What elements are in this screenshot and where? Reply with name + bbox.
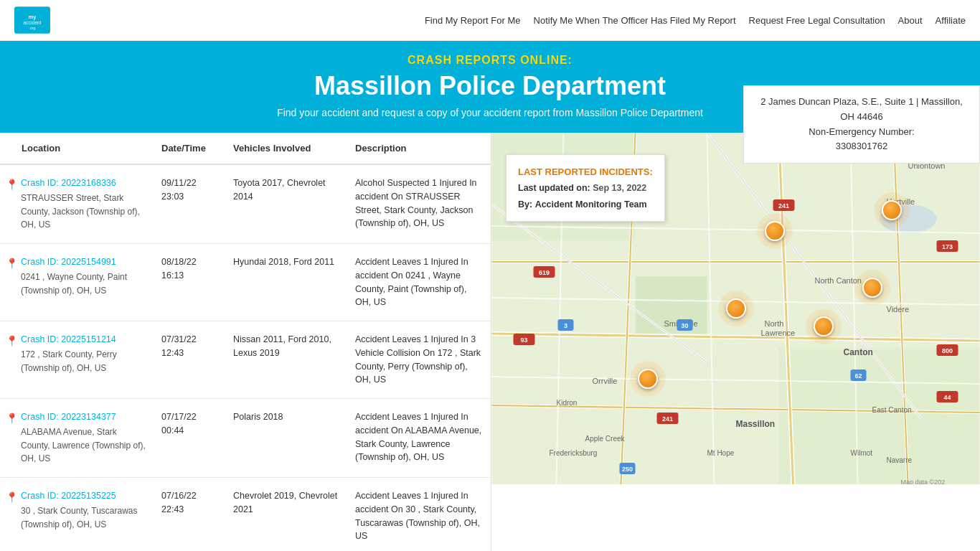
- updated-date: Sep 13, 2022: [593, 183, 646, 193]
- svg-text:Apple Creek: Apple Creek: [585, 435, 626, 443]
- location-pin-icon: 📍: [6, 334, 18, 349]
- main-nav: Find My Report For Me Notify Me When The…: [425, 15, 966, 26]
- map-marker[interactable]: [726, 298, 746, 319]
- location-text: ALABAMA Avenue, Stark County, Lawrence (…: [21, 427, 146, 464]
- cell-location: 📍 Crash ID: 20225135225 30 , Stark Count…: [0, 485, 154, 535]
- cell-location: 📍 Crash ID: 20223168336 STRAUSSER Street…: [0, 172, 154, 236]
- nav-affiliate[interactable]: Affiliate: [936, 15, 966, 26]
- col-header-vehicles: Vehicles Involved: [226, 133, 348, 164]
- cell-datetime: 09/11/22 23:03: [154, 172, 226, 208]
- svg-text:accident: accident: [24, 20, 42, 25]
- svg-text:173: 173: [942, 243, 953, 250]
- svg-text:Fredericksburg: Fredericksburg: [550, 449, 598, 457]
- hero-subtitle: CRASH REPORTS ONLINE:: [14, 54, 966, 67]
- col-header-description: Description: [348, 133, 491, 164]
- crash-id-link[interactable]: Crash ID: 20225151214: [21, 333, 147, 347]
- cell-description: Accident Leaves 1 Injured In 3 Vehicle C…: [348, 329, 491, 391]
- location-pin-icon: 📍: [6, 177, 18, 192]
- cell-location: 📍 Crash ID: 20223134377 ALABAMA Avenue, …: [0, 406, 154, 470]
- crash-id-link[interactable]: Crash ID: 20223168336: [21, 176, 147, 190]
- map-section: Creston Uniontown Hartville Smithville O…: [491, 133, 980, 484]
- location-pin-icon: 📍: [6, 256, 18, 271]
- location-pin-icon: 📍: [6, 411, 18, 426]
- svg-text:619: 619: [539, 269, 550, 276]
- table-row: 📍 Crash ID: 20225135225 30 , Stark Count…: [0, 478, 491, 551]
- svg-text:Wilmot: Wilmot: [851, 449, 873, 457]
- cell-description: Accident Leaves 1 Injured In accident On…: [348, 251, 491, 314]
- nav-notify[interactable]: Notify Me When The Officer Has Filed My …: [534, 15, 736, 26]
- table-row: 📍 Crash ID: 20223134377 ALABAMA Avenue, …: [0, 399, 491, 478]
- location-text: 0241 , Wayne County, Paint (Township of)…: [21, 272, 127, 296]
- col-header-datetime: Date/Time: [154, 133, 226, 164]
- svg-text:800: 800: [942, 347, 953, 354]
- map-marker[interactable]: [862, 278, 882, 298]
- incident-info-box: LAST REPORTED INCIDENTS: Last updated on…: [506, 154, 665, 222]
- svg-text:Canton: Canton: [844, 347, 873, 357]
- cell-vehicles: Nissan 2011, Ford 2010, Lexus 2019: [226, 329, 348, 364]
- cell-vehicles: Hyundai 2018, Ford 2011: [226, 251, 348, 273]
- cell-datetime: 07/16/22 22:43: [154, 485, 226, 521]
- table-body: 📍 Crash ID: 20223168336 STRAUSSER Street…: [0, 165, 491, 551]
- phone-number: 3308301762: [755, 139, 968, 154]
- updated-label: Last updated on:: [518, 183, 590, 193]
- incident-title: LAST REPORTED INCIDENTS:: [518, 164, 653, 180]
- cell-location: 📍 Crash ID: 20225151214 172 , Stark Coun…: [0, 329, 154, 379]
- nav-find-report[interactable]: Find My Report For Me: [425, 15, 521, 26]
- address-card: 2 James Duncan Plaza, S.E., Suite 1 | Ma…: [743, 85, 980, 164]
- cell-datetime: 08/18/22 16:13: [154, 251, 226, 287]
- svg-text:Massillon: Massillon: [736, 419, 776, 429]
- cell-vehicles: Polaris 2018: [226, 406, 348, 428]
- crash-id-link[interactable]: Crash ID: 20225135225: [21, 489, 147, 503]
- svg-text:Mt Hope: Mt Hope: [707, 449, 735, 457]
- hero-banner: 2 James Duncan Plaza, S.E., Suite 1 | Ma…: [0, 41, 980, 133]
- col-header-location: Location: [0, 133, 154, 164]
- cell-vehicles: Chevrolet 2019, Chevrolet 2021: [226, 485, 348, 521]
- nav-legal[interactable]: Request Free Legal Consultation: [749, 15, 885, 26]
- map-marker[interactable]: [882, 200, 902, 220]
- svg-text:241: 241: [662, 415, 673, 423]
- svg-text:East Canton: East Canton: [872, 406, 912, 414]
- cell-datetime: 07/17/22 00:44: [154, 406, 226, 442]
- svg-text:3: 3: [564, 322, 567, 329]
- svg-text:my: my: [29, 14, 37, 20]
- svg-text:Kidron: Kidron: [557, 399, 578, 407]
- logo-area: my accident .org: [14, 6, 50, 34]
- svg-text:93: 93: [520, 336, 527, 344]
- table-row: 📍 Crash ID: 20223168336 STRAUSSER Street…: [0, 165, 491, 244]
- cell-datetime: 07/31/22 12:43: [154, 329, 226, 364]
- cell-description: Accident Leaves 1 Injured In accident On…: [348, 406, 491, 468]
- location-text: STRAUSSER Street, Stark County, Jackson …: [21, 193, 140, 230]
- incidents-table-section: Location Date/Time Vehicles Involved Des…: [0, 133, 491, 551]
- svg-text:North: North: [765, 319, 784, 328]
- svg-text:250: 250: [622, 466, 633, 473]
- non-emergency-label: Non-Emergency Number:: [755, 125, 968, 140]
- by-team: Accident Monitoring Team: [535, 199, 647, 209]
- by-label: By:: [518, 199, 532, 209]
- location-text: 172 , Stark County, Perry (Township of),…: [21, 349, 117, 373]
- svg-rect-8: [779, 348, 980, 484]
- header: my accident .org Find My Report For Me N…: [0, 0, 980, 41]
- map-marker[interactable]: [638, 369, 658, 389]
- location-pin-icon: 📍: [6, 490, 18, 505]
- svg-text:30: 30: [681, 322, 688, 329]
- nav-about[interactable]: About: [898, 15, 923, 26]
- table-header: Location Date/Time Vehicles Involved Des…: [0, 133, 491, 165]
- svg-text:Orrville: Orrville: [593, 377, 618, 385]
- cell-description: Accident Leaves 1 Injured In accident On…: [348, 485, 491, 547]
- map-marker[interactable]: [765, 221, 785, 241]
- svg-text:.org: .org: [29, 26, 36, 30]
- location-text: 30 , Stark County, Tuscarawas (Township …: [21, 506, 138, 529]
- svg-text:241: 241: [778, 202, 789, 209]
- logo-icon: my accident .org: [14, 6, 50, 34]
- cell-location: 📍 Crash ID: 20225154991 0241 , Wayne Cou…: [0, 251, 154, 301]
- incident-updated: Last updated on: Sep 13, 2022: [518, 180, 653, 197]
- svg-text:62: 62: [854, 372, 862, 380]
- address-text: 2 James Duncan Plaza, S.E., Suite 1 | Ma…: [755, 95, 968, 125]
- cell-description: Alcohol Suspected 1 Injured In accident …: [348, 172, 491, 235]
- crash-id-link[interactable]: Crash ID: 20225154991: [21, 255, 147, 269]
- main-content: Location Date/Time Vehicles Involved Des…: [0, 133, 980, 551]
- svg-text:Lawrence: Lawrence: [761, 329, 796, 337]
- crash-id-link[interactable]: Crash ID: 20223134377: [21, 410, 147, 424]
- map-marker[interactable]: [814, 316, 834, 336]
- table-row: 📍 Crash ID: 20225154991 0241 , Wayne Cou…: [0, 244, 491, 321]
